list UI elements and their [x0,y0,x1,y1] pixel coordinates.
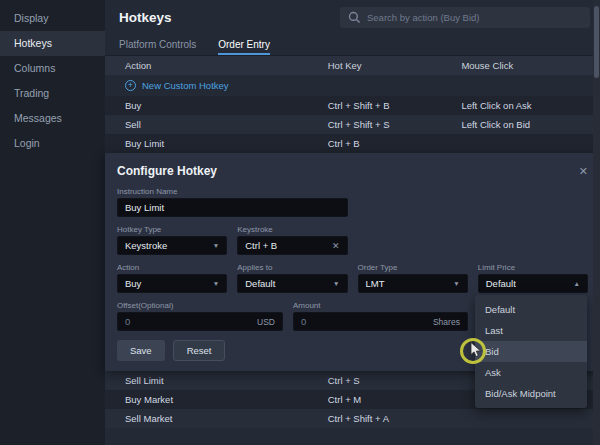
order-type-label: Order Type [358,262,468,274]
action-value: Buy [125,278,141,289]
table-row-sell[interactable]: Sell Ctrl + Shift + S Left Click on Bid [105,115,600,134]
save-button[interactable]: Save [117,340,165,361]
applies-to-label: Applies to [237,262,347,274]
applies-to-field: Applies to Default ▼ [237,262,347,293]
cell-hot-key: Ctrl + M [328,394,462,405]
cell-hot-key: Ctrl + S [328,375,462,386]
cell-hot-key: Ctrl + B [328,138,462,149]
clear-keystroke-icon[interactable]: ✕ [332,241,340,251]
action-label: Action [117,262,227,274]
chevron-down-icon: ▼ [213,280,219,287]
sidebar-item-messages[interactable]: Messages [0,106,105,131]
tab-platform-controls[interactable]: Platform Controls [119,34,196,55]
sidebar-item-columns[interactable]: Columns [0,56,105,81]
offset-label: Offset(Optional) [117,300,283,312]
instruction-name-input[interactable] [117,198,348,217]
menu-item-bid[interactable]: Bid [475,341,587,362]
offset-input[interactable] [125,316,257,327]
cell-action: Sell Market [105,413,328,424]
action-select[interactable]: Buy ▼ [117,274,227,293]
offset-unit: USD [257,317,275,327]
tab-order-entry[interactable]: Order Entry [218,34,270,55]
table-header-row: Action Hot Key Mouse Click [105,56,600,75]
search-box[interactable] [340,7,590,28]
sidebar: Display Hotkeys Columns Trading Messages… [0,0,105,445]
chevron-down-icon: ▼ [213,242,219,249]
limit-price-dropdown-menu: Default Last Bid Ask Bid/Ask Midpoint [475,295,587,408]
sidebar-item-display[interactable]: Display [0,6,105,31]
sidebar-item-trading[interactable]: Trading [0,81,105,106]
order-type-select[interactable]: LMT ▼ [358,274,468,293]
configure-panel-title: Configure Hotkey [117,164,217,178]
vertical-scrollbar[interactable] [593,0,600,445]
amount-input[interactable] [301,316,433,327]
cell-action: Buy [105,100,328,111]
amount-label: Amount [293,300,468,312]
amount-unit: Shares [433,317,460,327]
search-input[interactable] [367,12,582,23]
limit-price-label: Limit Price [478,262,588,274]
hotkey-type-field: Hotkey Type Keystroke ▼ [117,224,227,255]
hotkey-type-value: Keystroke [125,240,167,251]
tab-bar: Platform Controls Order Entry [105,34,600,56]
keystroke-chip[interactable]: Ctrl + B ✕ [237,236,347,255]
applies-to-select[interactable]: Default ▼ [237,274,347,293]
cell-action: Buy Limit [105,138,328,149]
order-type-field: Order Type LMT ▼ [358,262,468,293]
offset-input-wrap: USD [117,312,283,331]
keystroke-field: Keystroke Ctrl + B ✕ [237,224,347,255]
amount-field: Amount Shares [293,300,468,331]
cell-hot-key: Ctrl + Shift + S [328,119,462,130]
hotkey-type-label: Hotkey Type [117,224,227,236]
offset-field: Offset(Optional) USD [117,300,283,331]
limit-price-value: Default [486,278,516,289]
menu-item-ask[interactable]: Ask [475,362,587,383]
column-header-action: Action [105,60,328,71]
chevron-down-icon: ▼ [453,280,459,287]
sidebar-item-login[interactable]: Login [0,131,105,156]
menu-item-default[interactable]: Default [475,299,587,320]
column-header-hot-key: Hot Key [328,60,462,71]
menu-item-last[interactable]: Last [475,320,587,341]
cell-action: Sell Limit [105,375,328,386]
search-icon [348,11,361,24]
column-header-mouse-click: Mouse Click [461,60,600,71]
cell-action: Sell [105,119,328,130]
table-row-sell-market[interactable]: Sell Market Ctrl + Shift + A [105,409,600,428]
reset-button[interactable]: Reset [173,340,226,361]
limit-price-field: Limit Price Default ▲ [478,262,588,293]
page-title: Hotkeys [119,10,172,25]
instruction-name-field: Instruction Name [117,186,348,217]
cell-hot-key: Ctrl + Shift + A [328,413,462,424]
limit-price-select[interactable]: Default ▲ [478,274,588,293]
table-row-buy[interactable]: Buy Ctrl + Shift + B Left Click on Ask [105,96,600,115]
header-bar: Hotkeys [105,0,600,34]
app-root: Display Hotkeys Columns Trading Messages… [0,0,600,445]
keystroke-label: Keystroke [237,224,347,236]
plus-circle-icon: + [125,80,136,91]
menu-item-bid-ask-midpoint[interactable]: Bid/Ask Midpoint [475,383,587,404]
configure-panel-header: Configure Hotkey ✕ [117,163,588,179]
scrollbar-thumb[interactable] [594,6,599,78]
cell-mouse-click: Left Click on Ask [461,100,600,111]
order-type-value: LMT [366,278,385,289]
chevron-up-icon: ▲ [574,280,580,287]
keystroke-value: Ctrl + B [245,240,277,251]
close-icon[interactable]: ✕ [579,165,588,178]
cell-action: Buy Market [105,394,328,405]
applies-to-value: Default [245,278,275,289]
chevron-down-icon: ▼ [333,280,339,287]
amount-input-wrap: Shares [293,312,468,331]
hotkey-type-select[interactable]: Keystroke ▼ [117,236,227,255]
cell-mouse-click: Left Click on Bid [461,119,600,130]
cell-hot-key: Ctrl + Shift + B [328,100,462,111]
new-custom-hotkey-button[interactable]: + New Custom Hotkey [105,75,600,96]
new-custom-hotkey-label: New Custom Hotkey [142,80,229,91]
action-field: Action Buy ▼ [117,262,227,293]
instruction-name-label: Instruction Name [117,186,348,198]
table-row-buy-limit[interactable]: Buy Limit Ctrl + B [105,134,600,153]
sidebar-item-hotkeys[interactable]: Hotkeys [0,31,105,56]
